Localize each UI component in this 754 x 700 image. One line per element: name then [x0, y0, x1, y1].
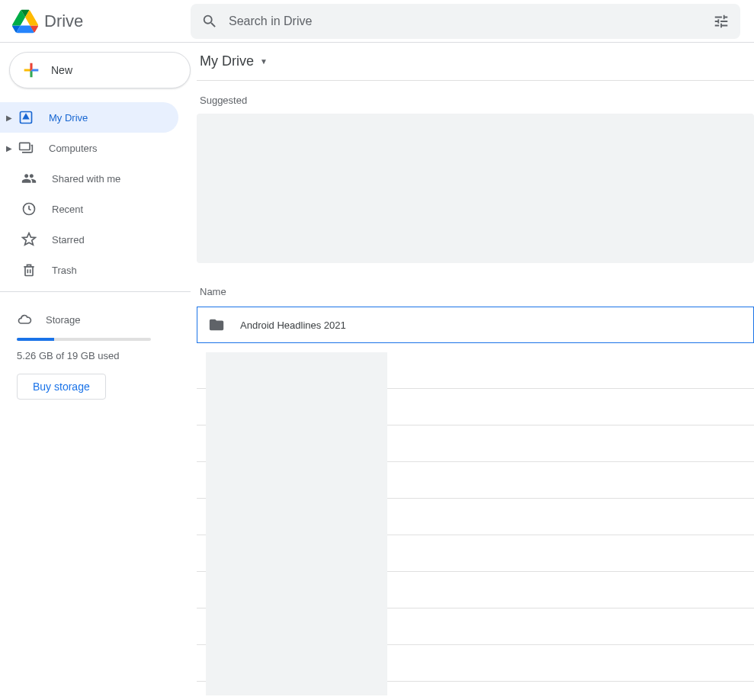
divider [0, 291, 191, 292]
sidebar-item-computers[interactable]: ▶ Computers [0, 133, 178, 163]
trash-icon [20, 262, 38, 278]
expand-icon[interactable]: ▶ [5, 114, 14, 122]
search-icon [201, 13, 218, 30]
computers-icon [17, 140, 35, 156]
shared-icon [20, 171, 38, 186]
recent-icon [20, 201, 38, 217]
storage-section: Storage 5.26 GB of 19 GB used Buy storag… [0, 298, 191, 406]
sidebar-item-label: Shared with me [52, 173, 120, 185]
name-column-header[interactable]: Name [200, 286, 754, 297]
new-button-label: New [51, 64, 72, 76]
sidebar-item-label: Starred [52, 234, 85, 246]
storage-label: Storage [46, 314, 81, 326]
storage-used-text: 5.26 GB of 19 GB used [17, 350, 174, 361]
search-bar[interactable] [191, 4, 740, 39]
drive-logo-icon [12, 8, 38, 34]
sidebar-item-recent[interactable]: Recent [0, 194, 178, 224]
storage-fill [17, 338, 54, 341]
cloud-icon [17, 312, 32, 327]
sidebar-item-label: Trash [52, 265, 77, 276]
search-input[interactable] [229, 14, 713, 28]
suggested-placeholder [197, 114, 754, 263]
breadcrumb-label: My Drive [200, 53, 254, 69]
folder-icon [208, 316, 226, 333]
loading-placeholder [197, 352, 754, 682]
search-options-icon[interactable] [713, 13, 730, 30]
sidebar-item-starred[interactable]: Starred [0, 224, 178, 255]
sidebar-item-label: Recent [52, 204, 83, 215]
sidebar-item-my-drive[interactable]: ▶ My Drive [0, 102, 178, 133]
plus-icon [21, 59, 42, 81]
new-button[interactable]: New [9, 52, 191, 88]
logo-area[interactable]: Drive [0, 8, 191, 34]
sidebar-item-label: My Drive [49, 112, 88, 124]
svg-rect-0 [20, 143, 30, 149]
buy-storage-button[interactable]: Buy storage [17, 374, 106, 400]
sidebar: New ▶ My Drive ▶ Computers [0, 43, 191, 700]
main: My Drive ▼ Suggested Name Android Headli… [191, 43, 754, 700]
header: Drive [0, 0, 754, 43]
expand-icon[interactable]: ▶ [5, 144, 14, 153]
sidebar-item-label: Computers [49, 143, 98, 154]
nav: ▶ My Drive ▶ Computers Shared with me [0, 102, 191, 285]
app-name: Drive [44, 11, 83, 31]
file-name: Android Headlines 2021 [240, 319, 346, 331]
star-icon [20, 232, 38, 247]
sidebar-item-trash[interactable]: Trash [0, 255, 178, 285]
sidebar-item-storage[interactable]: Storage [17, 304, 174, 335]
table-row[interactable]: Android Headlines 2021 [197, 307, 754, 343]
breadcrumb[interactable]: My Drive ▼ [197, 53, 754, 69]
my-drive-icon [17, 110, 35, 125]
suggested-label: Suggested [200, 95, 754, 106]
caret-down-icon: ▼ [260, 57, 268, 66]
storage-bar [17, 338, 151, 341]
sidebar-item-shared[interactable]: Shared with me [0, 163, 178, 194]
